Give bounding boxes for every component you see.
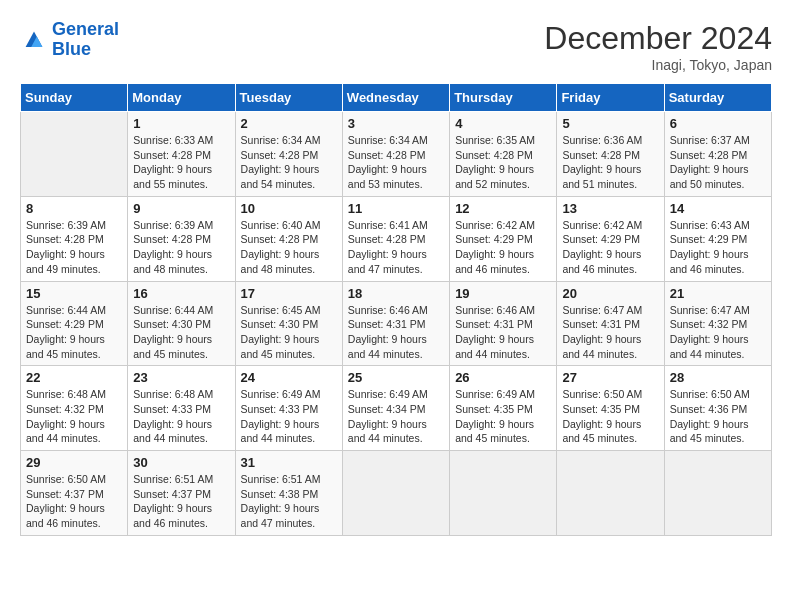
calendar-cell xyxy=(450,451,557,536)
day-number: 11 xyxy=(348,201,444,216)
day-number: 2 xyxy=(241,116,337,131)
calendar-cell: 15Sunrise: 6:44 AM Sunset: 4:29 PM Dayli… xyxy=(21,281,128,366)
day-info: Sunrise: 6:42 AM Sunset: 4:29 PM Dayligh… xyxy=(562,218,658,277)
calendar-cell: 17Sunrise: 6:45 AM Sunset: 4:30 PM Dayli… xyxy=(235,281,342,366)
calendar-week: 1Sunrise: 6:33 AM Sunset: 4:28 PM Daylig… xyxy=(21,112,772,197)
day-number: 17 xyxy=(241,286,337,301)
calendar-cell: 14Sunrise: 6:43 AM Sunset: 4:29 PM Dayli… xyxy=(664,196,771,281)
calendar-cell: 9Sunrise: 6:39 AM Sunset: 4:28 PM Daylig… xyxy=(128,196,235,281)
calendar-cell: 23Sunrise: 6:48 AM Sunset: 4:33 PM Dayli… xyxy=(128,366,235,451)
calendar-week: 22Sunrise: 6:48 AM Sunset: 4:32 PM Dayli… xyxy=(21,366,772,451)
day-number: 13 xyxy=(562,201,658,216)
day-number: 1 xyxy=(133,116,229,131)
day-info: Sunrise: 6:48 AM Sunset: 4:33 PM Dayligh… xyxy=(133,387,229,446)
day-number: 6 xyxy=(670,116,766,131)
day-info: Sunrise: 6:50 AM Sunset: 4:35 PM Dayligh… xyxy=(562,387,658,446)
calendar-cell: 5Sunrise: 6:36 AM Sunset: 4:28 PM Daylig… xyxy=(557,112,664,197)
day-info: Sunrise: 6:39 AM Sunset: 4:28 PM Dayligh… xyxy=(133,218,229,277)
calendar-cell: 31Sunrise: 6:51 AM Sunset: 4:38 PM Dayli… xyxy=(235,451,342,536)
calendar-cell: 26Sunrise: 6:49 AM Sunset: 4:35 PM Dayli… xyxy=(450,366,557,451)
day-info: Sunrise: 6:49 AM Sunset: 4:35 PM Dayligh… xyxy=(455,387,551,446)
day-info: Sunrise: 6:49 AM Sunset: 4:34 PM Dayligh… xyxy=(348,387,444,446)
calendar-cell xyxy=(664,451,771,536)
calendar-cell: 24Sunrise: 6:49 AM Sunset: 4:33 PM Dayli… xyxy=(235,366,342,451)
day-number: 18 xyxy=(348,286,444,301)
day-info: Sunrise: 6:50 AM Sunset: 4:36 PM Dayligh… xyxy=(670,387,766,446)
day-number: 12 xyxy=(455,201,551,216)
calendar-cell: 10Sunrise: 6:40 AM Sunset: 4:28 PM Dayli… xyxy=(235,196,342,281)
day-number: 30 xyxy=(133,455,229,470)
header-day: Friday xyxy=(557,84,664,112)
day-info: Sunrise: 6:45 AM Sunset: 4:30 PM Dayligh… xyxy=(241,303,337,362)
day-info: Sunrise: 6:50 AM Sunset: 4:37 PM Dayligh… xyxy=(26,472,122,531)
calendar-cell: 13Sunrise: 6:42 AM Sunset: 4:29 PM Dayli… xyxy=(557,196,664,281)
calendar-cell: 1Sunrise: 6:33 AM Sunset: 4:28 PM Daylig… xyxy=(128,112,235,197)
day-number: 23 xyxy=(133,370,229,385)
calendar-week: 8Sunrise: 6:39 AM Sunset: 4:28 PM Daylig… xyxy=(21,196,772,281)
day-number: 29 xyxy=(26,455,122,470)
logo: General Blue xyxy=(20,20,119,60)
calendar-cell: 6Sunrise: 6:37 AM Sunset: 4:28 PM Daylig… xyxy=(664,112,771,197)
day-info: Sunrise: 6:34 AM Sunset: 4:28 PM Dayligh… xyxy=(241,133,337,192)
header-day: Monday xyxy=(128,84,235,112)
logo-text: General Blue xyxy=(52,20,119,60)
day-info: Sunrise: 6:47 AM Sunset: 4:31 PM Dayligh… xyxy=(562,303,658,362)
day-info: Sunrise: 6:39 AM Sunset: 4:28 PM Dayligh… xyxy=(26,218,122,277)
day-info: Sunrise: 6:36 AM Sunset: 4:28 PM Dayligh… xyxy=(562,133,658,192)
day-info: Sunrise: 6:44 AM Sunset: 4:29 PM Dayligh… xyxy=(26,303,122,362)
calendar-cell: 11Sunrise: 6:41 AM Sunset: 4:28 PM Dayli… xyxy=(342,196,449,281)
day-number: 21 xyxy=(670,286,766,301)
calendar-cell: 22Sunrise: 6:48 AM Sunset: 4:32 PM Dayli… xyxy=(21,366,128,451)
day-info: Sunrise: 6:40 AM Sunset: 4:28 PM Dayligh… xyxy=(241,218,337,277)
day-number: 27 xyxy=(562,370,658,385)
calendar-body: 1Sunrise: 6:33 AM Sunset: 4:28 PM Daylig… xyxy=(21,112,772,536)
calendar-week: 15Sunrise: 6:44 AM Sunset: 4:29 PM Dayli… xyxy=(21,281,772,366)
logo-line1: General xyxy=(52,19,119,39)
day-info: Sunrise: 6:35 AM Sunset: 4:28 PM Dayligh… xyxy=(455,133,551,192)
calendar-cell: 16Sunrise: 6:44 AM Sunset: 4:30 PM Dayli… xyxy=(128,281,235,366)
day-info: Sunrise: 6:48 AM Sunset: 4:32 PM Dayligh… xyxy=(26,387,122,446)
calendar-cell: 29Sunrise: 6:50 AM Sunset: 4:37 PM Dayli… xyxy=(21,451,128,536)
day-info: Sunrise: 6:44 AM Sunset: 4:30 PM Dayligh… xyxy=(133,303,229,362)
calendar-table: SundayMondayTuesdayWednesdayThursdayFrid… xyxy=(20,83,772,536)
header-day: Thursday xyxy=(450,84,557,112)
day-number: 25 xyxy=(348,370,444,385)
day-info: Sunrise: 6:49 AM Sunset: 4:33 PM Dayligh… xyxy=(241,387,337,446)
day-number: 9 xyxy=(133,201,229,216)
day-number: 31 xyxy=(241,455,337,470)
day-info: Sunrise: 6:42 AM Sunset: 4:29 PM Dayligh… xyxy=(455,218,551,277)
calendar-cell: 21Sunrise: 6:47 AM Sunset: 4:32 PM Dayli… xyxy=(664,281,771,366)
day-number: 5 xyxy=(562,116,658,131)
calendar-cell: 30Sunrise: 6:51 AM Sunset: 4:37 PM Dayli… xyxy=(128,451,235,536)
day-info: Sunrise: 6:33 AM Sunset: 4:28 PM Dayligh… xyxy=(133,133,229,192)
day-info: Sunrise: 6:37 AM Sunset: 4:28 PM Dayligh… xyxy=(670,133,766,192)
day-info: Sunrise: 6:46 AM Sunset: 4:31 PM Dayligh… xyxy=(348,303,444,362)
day-info: Sunrise: 6:41 AM Sunset: 4:28 PM Dayligh… xyxy=(348,218,444,277)
day-number: 19 xyxy=(455,286,551,301)
calendar-cell xyxy=(557,451,664,536)
day-info: Sunrise: 6:47 AM Sunset: 4:32 PM Dayligh… xyxy=(670,303,766,362)
calendar-header: SundayMondayTuesdayWednesdayThursdayFrid… xyxy=(21,84,772,112)
header-day: Sunday xyxy=(21,84,128,112)
header-day: Saturday xyxy=(664,84,771,112)
day-info: Sunrise: 6:51 AM Sunset: 4:38 PM Dayligh… xyxy=(241,472,337,531)
calendar-cell xyxy=(342,451,449,536)
day-info: Sunrise: 6:43 AM Sunset: 4:29 PM Dayligh… xyxy=(670,218,766,277)
day-number: 24 xyxy=(241,370,337,385)
day-number: 20 xyxy=(562,286,658,301)
day-number: 14 xyxy=(670,201,766,216)
logo-icon xyxy=(20,26,48,54)
logo-line2: Blue xyxy=(52,39,91,59)
header-day: Wednesday xyxy=(342,84,449,112)
day-number: 26 xyxy=(455,370,551,385)
calendar-week: 29Sunrise: 6:50 AM Sunset: 4:37 PM Dayli… xyxy=(21,451,772,536)
calendar-cell: 28Sunrise: 6:50 AM Sunset: 4:36 PM Dayli… xyxy=(664,366,771,451)
day-number: 8 xyxy=(26,201,122,216)
calendar-cell: 27Sunrise: 6:50 AM Sunset: 4:35 PM Dayli… xyxy=(557,366,664,451)
day-number: 3 xyxy=(348,116,444,131)
title-block: December 2024 Inagi, Tokyo, Japan xyxy=(544,20,772,73)
day-number: 28 xyxy=(670,370,766,385)
day-number: 16 xyxy=(133,286,229,301)
header-row: SundayMondayTuesdayWednesdayThursdayFrid… xyxy=(21,84,772,112)
month-title: December 2024 xyxy=(544,20,772,57)
